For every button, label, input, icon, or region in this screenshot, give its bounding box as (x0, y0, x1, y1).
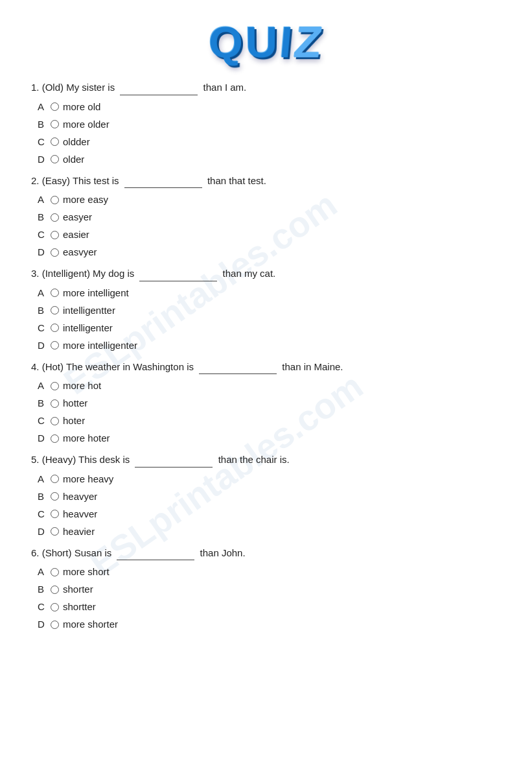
option-item-2-A[interactable]: Amore easy (38, 192, 501, 207)
option-text-6-C: shortter (63, 599, 96, 615)
radio-circle-3-A[interactable] (51, 289, 59, 297)
option-text-4-D: more hoter (63, 431, 110, 446)
option-text-3-D: more intelligenter (63, 338, 137, 353)
option-item-3-C[interactable]: Cintelligenter (38, 320, 501, 336)
option-text-1-B: more older (63, 117, 110, 132)
radio-circle-6-B[interactable] (51, 586, 59, 594)
radio-circle-4-C[interactable] (51, 417, 59, 425)
option-text-1-C: oldder (63, 134, 90, 150)
option-letter-4-D: D (38, 431, 47, 446)
options-list-5: Amore heavyBheavyerCheavverDheavier (38, 471, 501, 539)
question-block-2: 2. (Easy) This test is than that test.Am… (31, 174, 501, 261)
option-item-5-B[interactable]: Bheavyer (38, 489, 501, 504)
option-item-1-A[interactable]: Amore old (38, 99, 501, 115)
option-item-1-D[interactable]: Dolder (38, 152, 501, 167)
options-list-6: Amore shortBshorterCshortterDmore shorte… (38, 564, 501, 632)
question-number-6: 6. (31, 547, 42, 558)
question-block-5: 5. (Heavy) This desk is than the chair i… (31, 453, 501, 539)
option-letter-2-D: D (38, 244, 47, 260)
option-letter-4-C: C (38, 413, 47, 429)
question-text-6: 6. (Short) Susan is than John. (31, 546, 501, 561)
question-text-5: 5. (Heavy) This desk is than the chair i… (31, 453, 501, 468)
option-item-1-C[interactable]: Coldder (38, 134, 501, 150)
question-before-5: This desk is (76, 454, 132, 465)
option-item-1-B[interactable]: Bmore older (38, 117, 501, 132)
question-block-1: 1. (Old) My sister is than I am.Amore ol… (31, 80, 501, 167)
question-blank-6 (117, 550, 194, 560)
radio-circle-6-C[interactable] (51, 603, 59, 611)
option-letter-5-B: B (38, 489, 47, 504)
radio-circle-6-A[interactable] (51, 568, 59, 576)
question-blank-4 (199, 364, 277, 374)
radio-circle-2-A[interactable] (51, 196, 59, 204)
question-keyword-1: (Old) (42, 82, 64, 93)
option-letter-6-D: D (38, 617, 47, 632)
option-item-3-A[interactable]: Amore intelligent (38, 285, 501, 301)
question-text-1: 1. (Old) My sister is than I am. (31, 80, 501, 95)
question-after-5: than the chair is. (215, 454, 289, 465)
page: Q U I Z 1. (Old) My sister is than I am.… (0, 0, 532, 658)
option-item-3-D[interactable]: Dmore intelligenter (38, 338, 501, 353)
option-item-2-C[interactable]: Ceasier (38, 227, 501, 243)
option-text-2-C: easier (63, 227, 89, 243)
option-item-4-B[interactable]: Bhotter (38, 396, 501, 411)
question-number-1: 1. (31, 82, 42, 93)
question-before-4: The weather in Washington is (64, 361, 196, 372)
option-letter-2-C: C (38, 227, 47, 243)
option-item-2-D[interactable]: Deasvyer (38, 244, 501, 260)
option-item-5-C[interactable]: Cheavver (38, 506, 501, 522)
option-letter-2-B: B (38, 209, 47, 225)
question-blank-1 (120, 85, 198, 95)
option-item-4-C[interactable]: Choter (38, 413, 501, 429)
option-item-4-A[interactable]: Amore hot (38, 378, 501, 394)
radio-circle-1-B[interactable] (51, 120, 59, 128)
option-item-2-B[interactable]: Beasyer (38, 209, 501, 225)
option-text-1-D: older (63, 152, 84, 167)
option-letter-4-B: B (38, 396, 47, 411)
option-text-4-B: hotter (63, 396, 87, 411)
option-item-6-A[interactable]: Amore short (38, 564, 501, 580)
question-before-6: Susan is (72, 547, 115, 558)
option-item-6-C[interactable]: Cshortter (38, 599, 501, 615)
option-item-6-D[interactable]: Dmore shorter (38, 617, 501, 632)
question-keyword-5: (Heavy) (42, 454, 76, 465)
option-letter-1-A: A (38, 99, 47, 115)
option-item-4-D[interactable]: Dmore hoter (38, 431, 501, 446)
option-text-3-A: more intelligent (63, 285, 129, 301)
radio-circle-4-B[interactable] (51, 399, 59, 408)
option-letter-1-C: C (38, 134, 47, 150)
option-letter-4-A: A (38, 378, 47, 394)
radio-circle-4-A[interactable] (51, 382, 59, 390)
question-before-3: My dog is (90, 268, 137, 279)
question-text-4: 4. (Hot) The weather in Washington is th… (31, 360, 501, 375)
radio-circle-3-B[interactable] (51, 306, 59, 314)
option-item-5-D[interactable]: Dheavier (38, 524, 501, 539)
option-item-5-A[interactable]: Amore heavy (38, 471, 501, 487)
radio-circle-3-C[interactable] (51, 324, 59, 332)
option-letter-5-A: A (38, 471, 47, 487)
radio-circle-1-C[interactable] (51, 137, 59, 146)
radio-circle-4-D[interactable] (51, 434, 59, 443)
radio-circle-3-D[interactable] (51, 341, 59, 349)
radio-circle-6-D[interactable] (51, 621, 59, 629)
radio-circle-1-A[interactable] (51, 102, 59, 111)
radio-circle-1-D[interactable] (51, 155, 59, 163)
option-text-1-A: more old (63, 99, 100, 115)
radio-circle-2-B[interactable] (51, 213, 59, 222)
radio-circle-5-A[interactable] (51, 475, 59, 483)
radio-circle-5-D[interactable] (51, 527, 59, 536)
option-item-3-B[interactable]: Bintelligentter (38, 303, 501, 318)
option-letter-5-D: D (38, 524, 47, 539)
radio-circle-5-B[interactable] (51, 492, 59, 501)
radio-circle-2-C[interactable] (51, 231, 59, 239)
quiz-logo-header: Q U I Z (31, 17, 501, 67)
radio-circle-2-D[interactable] (51, 248, 59, 257)
option-text-4-C: hoter (63, 413, 85, 429)
option-letter-6-C: C (38, 599, 47, 615)
question-block-3: 3. (Intelligent) My dog is than my cat.A… (31, 266, 501, 353)
radio-circle-5-C[interactable] (51, 510, 59, 518)
option-item-6-B[interactable]: Bshorter (38, 582, 501, 597)
option-text-5-A: more heavy (63, 471, 113, 487)
question-number-3: 3. (31, 268, 42, 279)
option-text-2-D: easvyer (63, 244, 97, 260)
